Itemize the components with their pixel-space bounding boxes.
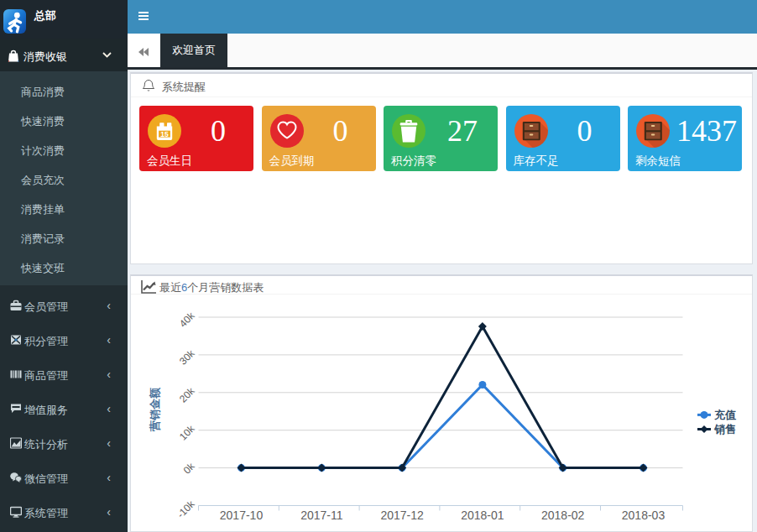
svg-text:2018-01: 2018-01 xyxy=(461,509,504,522)
svg-text:营销金额: 营销金额 xyxy=(149,387,161,432)
svg-text:15: 15 xyxy=(160,129,169,138)
svg-text:20k: 20k xyxy=(177,384,197,404)
svg-text:2018-02: 2018-02 xyxy=(541,509,585,522)
svg-text:充值: 充值 xyxy=(713,409,736,421)
svg-text:40k: 40k xyxy=(177,310,197,330)
svg-text:30k: 30k xyxy=(177,347,197,367)
svg-text:2017-11: 2017-11 xyxy=(300,509,343,522)
svg-text:10k: 10k xyxy=(177,422,197,442)
svg-text:-10k: -10k xyxy=(175,498,197,520)
svg-text:0k: 0k xyxy=(181,460,198,477)
svg-text:销售: 销售 xyxy=(713,423,736,436)
svg-text:2017-10: 2017-10 xyxy=(220,509,264,522)
svg-text:2018-03: 2018-03 xyxy=(622,509,666,522)
svg-text:2017-12: 2017-12 xyxy=(380,509,424,522)
